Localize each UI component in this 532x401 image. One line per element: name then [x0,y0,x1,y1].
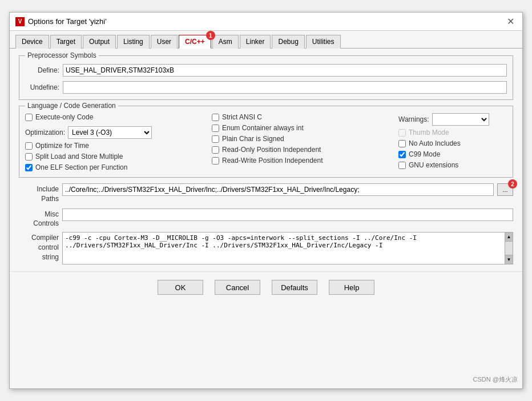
help-button[interactable]: Help [329,280,374,295]
tab-cpp[interactable]: C/C++ 1 [179,35,211,49]
include-paths-label: IncludePaths [19,183,59,204]
title-bar-left: V Options for Target 'yizhi' [15,17,107,26]
define-row: Define: [25,64,507,77]
tab-debug[interactable]: Debug [272,35,304,49]
compiler-control-textarea[interactable]: -c99 -c -cpu Cortex-M3 -D__MICROLIB -g -… [63,232,505,262]
warnings-label: Warnings: [398,115,429,123]
check-thumb-mode: Thumb Mode [398,129,507,137]
undefine-input[interactable] [63,81,507,94]
readonly-pos-checkbox[interactable] [212,146,219,154]
title-bar: V Options for Target 'yizhi' ✕ [10,13,522,31]
check-opt-time: Optimize for Time [25,142,206,150]
readwrite-pos-label: Read-Write Position Independent [222,157,323,165]
one-elf-checkbox[interactable] [25,164,33,171]
gnu-ext-label: GNU extensions [409,161,458,169]
opt-label: Optimization: [25,129,65,137]
codegen-group-label: Language / Code Generation [25,102,118,110]
tab-listing[interactable]: Listing [117,35,150,49]
preprocessor-group: Preprocessor Symbols Define: Undefine: [19,55,513,100]
include-paths-row: IncludePaths ... 2 [19,183,513,204]
plain-char-label: Plain Char is Signed [222,135,284,143]
undefine-label: Undefine: [25,83,59,91]
content-area: Preprocessor Symbols Define: Undefine: L… [10,49,522,271]
close-button[interactable]: ✕ [505,16,517,27]
readonly-pos-label: Read-Only Position Independent [222,146,321,154]
no-auto-inc-label: No Auto Includes [409,139,461,147]
optimization-row: Optimization: Level 3 (-O3) Level 0 (-O0… [25,126,206,139]
check-readwrite-pos: Read-Write Position Independent [212,157,393,165]
compiler-control-row: Compilercontrolstring -c99 -c -cpu Corte… [19,232,513,264]
compiler-control-label: Compilercontrolstring [19,232,59,262]
misc-controls-label: MiscControls [19,208,59,229]
split-load-checkbox[interactable] [25,153,33,161]
warnings-select[interactable] [432,113,489,126]
opt-time-label: Optimize for Time [35,142,89,150]
strict-ansi-checkbox[interactable] [212,114,219,121]
strict-ansi-label: Strict ANSI C [222,113,262,121]
c99-checkbox[interactable] [398,151,406,158]
tabs-bar: Device Target Output Listing User C/C++ … [10,31,522,49]
readwrite-pos-checkbox[interactable] [212,157,219,165]
watermark: CSDN @烽火凉 [473,375,518,384]
undefine-row: Undefine: [25,81,507,94]
cancel-button[interactable]: Cancel [215,280,260,295]
optimization-select[interactable]: Level 3 (-O3) Level 0 (-O0) Level 1 (-O1… [68,126,152,139]
plain-char-checkbox[interactable] [212,135,219,143]
check-exec-only: Execute-only Code [25,113,206,121]
include-paths-button[interactable]: ... 2 [497,183,513,196]
tab-badge-1: 1 [206,31,215,40]
tab-utilities[interactable]: Utilities [306,35,341,49]
thumb-mode-label: Thumb Mode [409,129,449,137]
tab-asm[interactable]: Asm [212,35,239,49]
preprocessor-group-label: Preprocessor Symbols [25,51,99,59]
define-label: Define: [25,66,59,74]
codegen-group: Language / Code Generation Execute-only … [19,106,513,178]
include-paths-input[interactable] [62,183,494,196]
check-strict-ansi: Strict ANSI C [212,113,393,121]
dialog-title: Options for Target 'yizhi' [28,17,107,26]
enum-label: Enum Container always int [222,124,304,132]
tab-user[interactable]: User [151,35,178,49]
c99-label: C99 Mode [409,150,440,158]
exec-only-checkbox[interactable] [25,114,33,121]
opt-time-checkbox[interactable] [25,142,33,150]
enum-checkbox[interactable] [212,125,219,132]
misc-controls-input[interactable] [62,208,513,221]
warnings-row: Warnings: [398,113,507,126]
no-auto-inc-checkbox[interactable] [398,140,406,147]
check-readonly-pos: Read-Only Position Independent [212,146,393,154]
one-elf-label: One ELF Section per Function [35,163,127,171]
check-split-load: Split Load and Store Multiple [25,153,206,161]
split-load-label: Split Load and Store Multiple [35,153,123,161]
check-one-elf: One ELF Section per Function [25,163,206,171]
ok-button[interactable]: OK [158,280,203,295]
define-input[interactable] [63,64,507,77]
exec-only-label: Execute-only Code [35,113,93,121]
check-no-auto-inc: No Auto Includes [398,139,507,147]
check-gnu-ext: GNU extensions [398,161,507,169]
app-icon: V [15,17,25,26]
inc-btn-badge: 2 [508,179,517,189]
check-enum: Enum Container always int [212,124,393,132]
tab-device[interactable]: Device [15,35,49,49]
tab-target[interactable]: Target [50,35,82,49]
footer: OK Cancel Defaults Help [10,271,522,300]
tab-output[interactable]: Output [83,35,116,49]
compiler-scrollbar[interactable]: ▲ ▼ [505,232,513,264]
thumb-mode-checkbox[interactable] [398,129,406,137]
check-c99: C99 Mode [398,150,507,158]
misc-controls-row: MiscControls [19,208,513,229]
dialog: V Options for Target 'yizhi' ✕ Device Ta… [9,12,523,389]
tab-linker[interactable]: Linker [240,35,271,49]
defaults-button[interactable]: Defaults [272,280,317,295]
gnu-ext-checkbox[interactable] [398,162,406,169]
check-plain-char: Plain Char is Signed [212,135,393,143]
